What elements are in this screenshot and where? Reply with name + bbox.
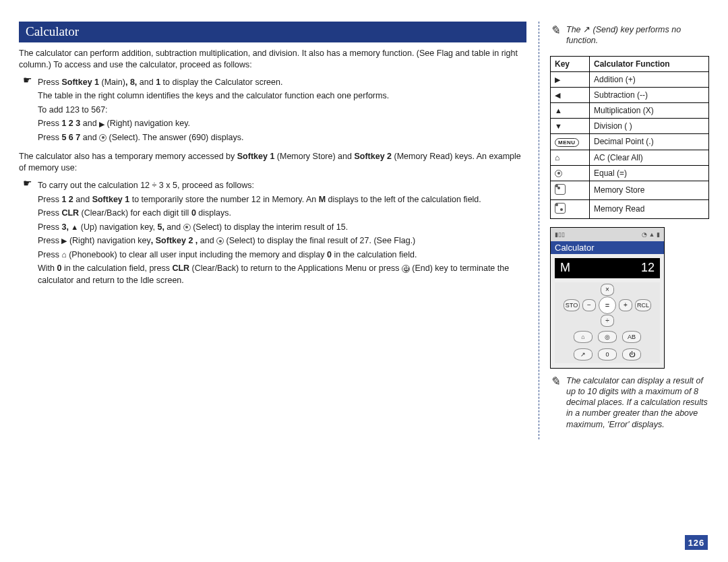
phonebook-icon — [555, 154, 559, 162]
cell: Memory Read — [590, 199, 709, 218]
t: Press — [38, 222, 61, 232]
t: CLR — [172, 263, 189, 273]
t: To carry out the calculation 12 ÷ 3 x 5,… — [38, 180, 526, 192]
t: and — [73, 195, 92, 204]
t: to temporarily store the number 12 in Me… — [129, 195, 318, 204]
t: in the calculation field. — [332, 250, 417, 259]
t: Softkey 1 — [61, 77, 99, 87]
select-icon — [216, 237, 224, 245]
t: (Up) navigation key, — [78, 222, 157, 232]
menu-key-icon: MENU — [555, 138, 579, 147]
memory-store-icon — [555, 184, 566, 195]
t: (Right) navigation key. — [104, 119, 190, 128]
cell: Decimal Point (.) — [590, 133, 709, 150]
t: displays. — [196, 208, 231, 218]
t: (Right) navigation key — [67, 236, 150, 245]
t: Press — [38, 208, 61, 218]
keypad: STO × ÷ − + = RCL ⌂ ◎ AB ↗ — [555, 282, 660, 363]
cell: Memory Store — [590, 181, 709, 199]
t: The — [566, 25, 583, 34]
t: Press — [38, 250, 61, 259]
zero-key: 0 — [598, 348, 617, 361]
side-column: ✎ The (Send) key performs no function. K… — [539, 22, 709, 439]
select-key: ◎ — [598, 331, 617, 343]
memory-read-icon — [555, 203, 566, 214]
t: Press — [38, 77, 61, 87]
note-text: The calculator can display a result of u… — [566, 375, 709, 430]
procedure-2: ☛ To carry out the calculation 12 ÷ 3 x … — [19, 178, 526, 288]
memory-paragraph: The calculator also has a temporary memo… — [19, 151, 526, 174]
nav-down: ÷ — [601, 315, 614, 327]
t: 1 2 — [61, 195, 73, 204]
t: 0 — [191, 208, 196, 218]
note-send-key: ✎ The (Send) key performs no function. — [550, 24, 709, 46]
cell: Equal (=) — [590, 165, 709, 181]
t: and — [80, 119, 99, 128]
th-key: Key — [551, 56, 590, 71]
t: (Clear/Back) to return to the Applicatio… — [189, 263, 402, 273]
select-icon — [555, 170, 562, 177]
note-icon: ✎ — [550, 375, 566, 430]
nav-center: = — [599, 296, 616, 314]
t: 5 6 7 — [61, 133, 80, 142]
select-icon — [183, 224, 191, 231]
ab-key: AB — [622, 331, 641, 343]
phonebook-key: ⌂ — [574, 331, 593, 343]
t: Press — [38, 236, 61, 245]
t: , Softkey 2 , — [151, 236, 198, 245]
t: and — [137, 77, 156, 87]
t: and — [198, 236, 216, 245]
cell: Division ( ) — [590, 118, 709, 133]
calculator-screenshot: ▮▯▯◔ ▲ ▮ Calculator M 12 STO × ÷ − + = R… — [550, 227, 665, 369]
procedure-1: ☛ Press Softkey 1 (Main), 8, and 1 to di… — [19, 75, 526, 146]
send-key: ↗ — [574, 348, 593, 361]
t: Press — [38, 133, 61, 142]
section-title: Calculator — [19, 22, 526, 42]
t: to display the Calculator screen. — [160, 77, 282, 87]
nav-up: × — [601, 284, 614, 296]
key-function-table: Key Calculator Function Addition (+) Sub… — [550, 56, 709, 219]
bullet-icon: ☛ — [19, 178, 38, 288]
down-nav-icon — [555, 122, 562, 130]
cell: Addition (+) — [590, 71, 709, 87]
end-icon: ⏻ — [402, 265, 410, 273]
note-icon: ✎ — [550, 24, 566, 46]
end-key: ⏻ — [622, 348, 641, 361]
memory-indicator: M — [560, 261, 570, 275]
app-title: Calculator — [551, 241, 664, 254]
cell: Subtraction (--) — [590, 87, 709, 102]
t: 1 2 3 — [61, 119, 80, 128]
t: 5, — [157, 222, 164, 232]
t: and — [164, 222, 183, 232]
nav-left: − — [582, 299, 596, 311]
display-value: 12 — [641, 261, 655, 275]
intro-paragraph: The calculator can perform addition, sub… — [19, 48, 526, 71]
note-digits: ✎ The calculator can display a result of… — [550, 375, 709, 430]
t: (Memory Store) and — [274, 152, 354, 161]
t: and — [80, 133, 99, 142]
t: The table in the right column identifies… — [38, 90, 526, 102]
left-nav-icon — [555, 91, 560, 99]
t: displays to the left of the calculation … — [326, 195, 481, 204]
t: M — [319, 195, 326, 204]
bullet-icon: ☛ — [19, 75, 38, 146]
softkey-1: STO — [564, 299, 580, 311]
right-nav-icon — [99, 120, 104, 129]
t: Softkey 1 — [237, 152, 275, 161]
main-column: Calculator The calculator can perform ad… — [19, 22, 539, 439]
t: (Phonebook) to clear all user input incl… — [67, 250, 327, 259]
select-icon — [99, 134, 107, 142]
cell: AC (Clear All) — [590, 150, 709, 165]
t: (Main) — [99, 77, 125, 87]
t: Softkey 1 — [92, 195, 130, 204]
phonebook-icon — [61, 251, 66, 259]
t: (Select) to display the interim result o… — [191, 222, 348, 232]
t: (Select). The answer (690) displays. — [107, 133, 243, 142]
t: 3, — [61, 222, 68, 232]
cell: Multiplication (X) — [590, 102, 709, 118]
right-nav-icon — [555, 75, 560, 84]
nav-right: + — [619, 299, 632, 311]
t: CLR — [61, 208, 79, 218]
send-icon — [583, 26, 590, 34]
th-function: Calculator Function — [590, 56, 709, 71]
